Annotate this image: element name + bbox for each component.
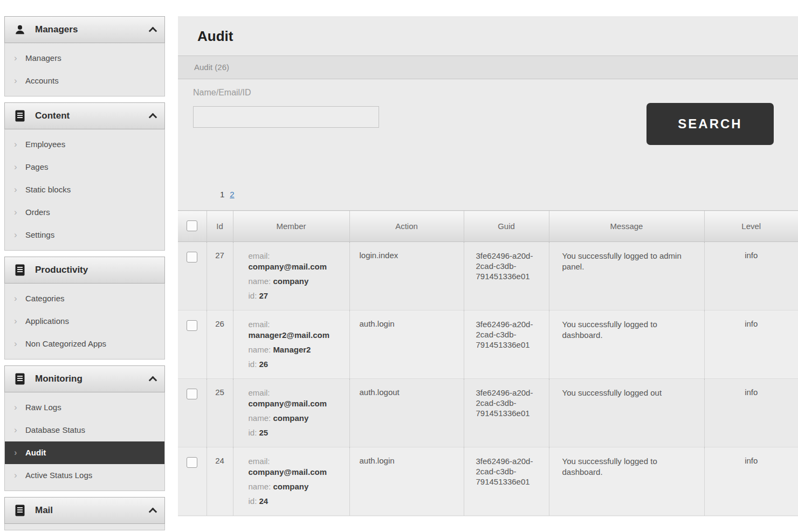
chevron-up-icon: [149, 27, 157, 36]
sidebar-item-applications[interactable]: › Applications: [5, 310, 164, 333]
sidebar-section-header-mail[interactable]: Mail: [4, 497, 165, 524]
member-email-label: email:: [249, 319, 344, 330]
sidebar-item-active-status-logs[interactable]: › Active Status Logs: [5, 464, 164, 487]
member-email-label: email:: [249, 388, 344, 398]
pagination: 12: [178, 190, 798, 203]
member-email-label: email:: [249, 456, 344, 467]
member-email-label: email:: [249, 251, 344, 261]
chevron-up-icon: [149, 508, 157, 516]
row-action: auth.login: [349, 447, 464, 516]
sidebar-item-label: Categories: [25, 294, 65, 303]
sidebar-item-pages[interactable]: › Pages: [5, 156, 164, 178]
row-member: email: company@mail.com name: company id…: [233, 447, 349, 516]
sidebar-item-categories[interactable]: › Categories: [5, 287, 164, 310]
row-id: 25: [207, 379, 233, 447]
row-checkbox-cell: [178, 310, 207, 379]
sidebar-section-items: › Managers › Accounts: [4, 43, 165, 96]
table-row: 27 email: company@mail.com name: company…: [178, 242, 798, 310]
header-level: Level: [704, 211, 798, 242]
sidebar-item-non-categorized-apps[interactable]: › Non Categorized Apps: [5, 333, 164, 355]
sidebar-item-managers[interactable]: › Managers: [5, 47, 164, 70]
sidebar-item-audit[interactable]: › Audit: [5, 441, 164, 464]
row-checkbox[interactable]: [187, 457, 197, 468]
member-email-value: company@mail.com: [249, 261, 344, 272]
chevron-right-icon: ›: [14, 224, 17, 246]
sidebar-item-settings[interactable]: › Settings: [5, 224, 164, 246]
name-email-id-label: Name/Email/ID: [193, 88, 251, 98]
member-name-label: name:: [249, 413, 271, 423]
chevron-up-icon: [149, 113, 157, 122]
sidebar-section-monitoring: Monitoring › Raw Logs › Database Status …: [4, 365, 165, 491]
audit-table: Id Member Action Guid Message Level 27 e…: [178, 210, 798, 516]
row-guid: 3fe62496-a20d-2cad-c3db-791451336e01: [464, 242, 549, 310]
sidebar-item-label: Applications: [25, 316, 69, 326]
document-icon: [13, 505, 26, 516]
sidebar-item-label: Accounts: [25, 76, 59, 85]
row-action: login.index: [349, 242, 464, 310]
row-checkbox[interactable]: [187, 252, 197, 262]
search-area: Name/Email/ID SEARCH: [178, 79, 798, 190]
sidebar-item-employees[interactable]: › Employees: [5, 133, 164, 156]
sidebar-section-items: [4, 524, 165, 530]
member-id-label: id:: [249, 428, 257, 437]
tabbar: Audit (26): [178, 56, 798, 79]
row-level: info: [704, 379, 798, 447]
page-title: Audit: [178, 16, 798, 56]
sidebar-section-mail: Mail: [4, 497, 165, 530]
row-checkbox-cell: [178, 242, 207, 310]
table-row: 24 email: company@mail.com name: company…: [178, 447, 798, 516]
sidebar-item-database-status[interactable]: › Database Status: [5, 419, 164, 441]
chevron-right-icon: ›: [14, 201, 17, 224]
row-message: You successfully logged to dashboard.: [549, 310, 704, 379]
sidebar-item-label: Pages: [25, 162, 49, 171]
chevron-right-icon: ›: [14, 178, 17, 201]
sidebar-item-static-blocks[interactable]: › Static blocks: [5, 178, 164, 201]
sidebar-section-items: › Employees › Pages › Static blocks › Or…: [4, 129, 165, 251]
row-id: 24: [207, 447, 233, 516]
chevron-right-icon: ›: [14, 310, 17, 333]
table-row: 26 email: manager2@mail.com name: Manage…: [178, 310, 798, 379]
sidebar-item-label: Raw Logs: [25, 403, 61, 412]
sidebar-section-title: Productivity: [35, 265, 156, 275]
row-checkbox-cell: [178, 447, 207, 516]
row-checkbox[interactable]: [187, 389, 197, 399]
chevron-up-icon: [149, 376, 157, 385]
sidebar-item-accounts[interactable]: › Accounts: [5, 70, 164, 92]
sidebar-section-header-content[interactable]: Content: [4, 102, 165, 129]
page-2-link[interactable]: 2: [230, 190, 234, 199]
chevron-right-icon: ›: [14, 419, 17, 441]
header-id: Id: [207, 211, 233, 242]
chevron-right-icon: ›: [14, 441, 17, 464]
tab-audit[interactable]: Audit (26): [194, 63, 229, 72]
member-name-value: company: [273, 277, 308, 286]
search-button[interactable]: SEARCH: [646, 103, 774, 145]
sidebar-item-orders[interactable]: › Orders: [5, 201, 164, 224]
sidebar-section-header-productivity[interactable]: Productivity: [4, 257, 165, 284]
sidebar-item-label: Active Status Logs: [25, 471, 92, 480]
header-checkbox-cell: [178, 211, 207, 242]
sidebar-section-title: Monitoring: [35, 374, 150, 384]
sidebar-section-items: › Categories › Applications › Non Catego…: [4, 284, 165, 360]
chevron-right-icon: ›: [14, 464, 17, 487]
row-checkbox-cell: [178, 379, 207, 447]
sidebar-section-header-managers[interactable]: Managers: [4, 16, 165, 43]
row-checkbox[interactable]: [187, 320, 197, 331]
sidebar-item-raw-logs[interactable]: › Raw Logs: [5, 396, 164, 419]
member-id-label: id:: [249, 496, 257, 506]
chevron-right-icon: ›: [14, 70, 17, 92]
chevron-right-icon: ›: [14, 287, 17, 310]
page-1: 1: [220, 190, 224, 199]
sidebar-section-header-monitoring[interactable]: Monitoring: [4, 365, 165, 392]
name-email-id-input[interactable]: [193, 106, 379, 128]
sidebar-item-label: Orders: [25, 208, 50, 217]
member-name-value: company: [273, 482, 308, 491]
row-level: info: [704, 447, 798, 516]
row-action: auth.login: [349, 310, 464, 379]
member-id-value: 24: [259, 496, 269, 506]
row-message: You successfully logged to admin panel.: [549, 242, 704, 310]
header-member: Member: [233, 211, 349, 242]
main-content: Audit Audit (26) Name/Email/ID SEARCH 12…: [178, 16, 798, 516]
member-name-label: name:: [249, 277, 271, 286]
row-guid: 3fe62496-a20d-2cad-c3db-791451336e01: [464, 379, 549, 447]
select-all-checkbox[interactable]: [187, 220, 197, 231]
